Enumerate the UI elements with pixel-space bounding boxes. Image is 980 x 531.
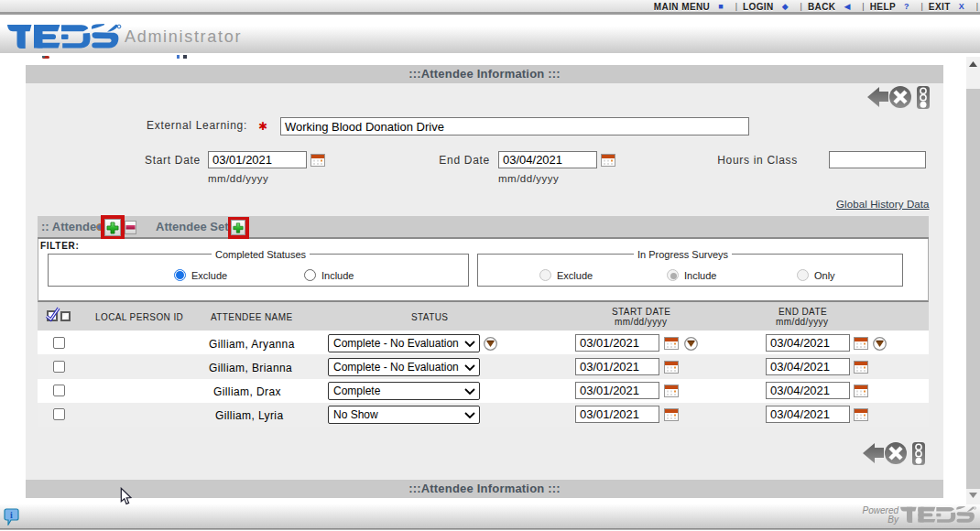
svg-text:i: i	[10, 510, 13, 520]
